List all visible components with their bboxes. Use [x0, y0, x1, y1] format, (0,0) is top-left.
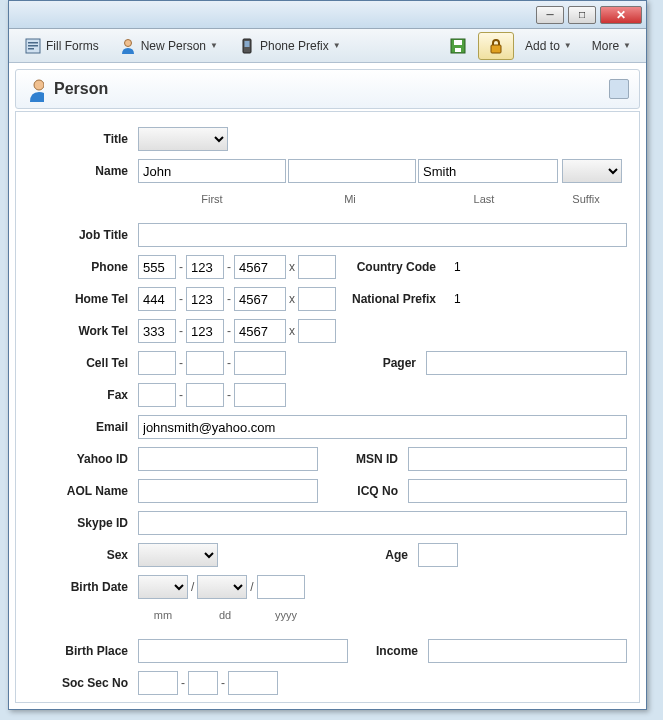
work-b[interactable] [186, 319, 224, 343]
svg-rect-3 [28, 48, 34, 50]
cell-a[interactable] [138, 351, 176, 375]
country-code-label: Country Code [336, 260, 446, 274]
mi-input[interactable] [288, 159, 416, 183]
ssn-label: Soc Sec No [28, 676, 138, 690]
svg-point-4 [124, 39, 131, 46]
new-person-button[interactable]: New Person ▼ [110, 32, 227, 60]
last-name-input[interactable] [418, 159, 558, 183]
fax-a[interactable] [138, 383, 176, 407]
aol-label: AOL Name [28, 484, 138, 498]
svg-rect-10 [491, 45, 501, 53]
home-c[interactable] [234, 287, 286, 311]
job-title-label: Job Title [28, 228, 138, 242]
caret-down-icon: ▼ [210, 41, 218, 50]
home-a[interactable] [138, 287, 176, 311]
new-person-label: New Person [141, 39, 206, 53]
more-label: More [592, 39, 619, 53]
last-hint: Last [414, 193, 554, 205]
page-title: Person [54, 80, 108, 98]
phone-prefix-label: Phone Prefix [260, 39, 329, 53]
fill-forms-label: Fill Forms [46, 39, 99, 53]
sex-select[interactable] [138, 543, 218, 567]
yyyy-hint: yyyy [262, 609, 310, 621]
more-button[interactable]: More ▼ [583, 34, 640, 58]
ext-x: x [286, 292, 298, 306]
national-prefix-value: 1 [446, 292, 461, 306]
home-tel-label: Home Tel [28, 292, 138, 306]
icq-input[interactable] [408, 479, 627, 503]
ssn-c[interactable] [228, 671, 278, 695]
fill-forms-button[interactable]: Fill Forms [15, 32, 108, 60]
work-a[interactable] [138, 319, 176, 343]
fax-b[interactable] [186, 383, 224, 407]
age-input[interactable] [418, 543, 458, 567]
home-b[interactable] [186, 287, 224, 311]
add-to-label: Add to [525, 39, 560, 53]
phone-prefix-button[interactable]: Phone Prefix ▼ [229, 32, 350, 60]
header-action-button[interactable] [609, 79, 629, 99]
mi-hint: Mi [286, 193, 414, 205]
phone-b[interactable] [186, 255, 224, 279]
ext-x: x [286, 260, 298, 274]
msn-label: MSN ID [318, 452, 408, 466]
aol-input[interactable] [138, 479, 318, 503]
birth-dd[interactable] [197, 575, 247, 599]
pager-label: Pager [286, 356, 426, 370]
phone-a[interactable] [138, 255, 176, 279]
birth-place-input[interactable] [138, 639, 348, 663]
income-input[interactable] [428, 639, 627, 663]
suffix-select[interactable] [562, 159, 622, 183]
save-icon [449, 37, 467, 55]
birth-yyyy[interactable] [257, 575, 305, 599]
title-select[interactable] [138, 127, 228, 151]
fax-c[interactable] [234, 383, 286, 407]
sex-label: Sex [28, 548, 138, 562]
phone-c[interactable] [234, 255, 286, 279]
skype-input[interactable] [138, 511, 627, 535]
lock-icon [487, 37, 505, 55]
cell-b[interactable] [186, 351, 224, 375]
national-prefix-label: National Prefix [336, 292, 446, 306]
titlebar: ─ □ ✕ [9, 1, 646, 29]
svg-rect-2 [28, 45, 38, 47]
save-button[interactable] [440, 32, 476, 60]
yahoo-label: Yahoo ID [28, 452, 138, 466]
lock-button[interactable] [478, 32, 514, 60]
skype-label: Skype ID [28, 516, 138, 530]
add-to-button[interactable]: Add to ▼ [516, 34, 581, 58]
form-content: Title Name First Mi Last Suffix Job Titl… [15, 111, 640, 703]
first-name-input[interactable] [138, 159, 286, 183]
cell-c[interactable] [234, 351, 286, 375]
title-label: Title [28, 132, 138, 146]
minimize-button[interactable]: ─ [536, 6, 564, 24]
person-large-icon [26, 80, 44, 98]
page-header: Person [15, 69, 640, 109]
svg-rect-8 [454, 40, 462, 45]
maximize-button[interactable]: □ [568, 6, 596, 24]
first-hint: First [138, 193, 286, 205]
caret-down-icon: ▼ [333, 41, 341, 50]
birth-place-label: Birth Place [28, 644, 138, 658]
person-icon [119, 37, 137, 55]
yahoo-input[interactable] [138, 447, 318, 471]
age-label: Age [218, 548, 418, 562]
email-input[interactable] [138, 415, 627, 439]
job-title-input[interactable] [138, 223, 627, 247]
pager-input[interactable] [426, 351, 627, 375]
svg-rect-6 [244, 41, 249, 47]
close-button[interactable]: ✕ [600, 6, 642, 24]
birth-date-label: Birth Date [28, 580, 138, 594]
phone-ext[interactable] [298, 255, 336, 279]
ssn-a[interactable] [138, 671, 178, 695]
work-c[interactable] [234, 319, 286, 343]
work-ext[interactable] [298, 319, 336, 343]
phone-label: Phone [28, 260, 138, 274]
icq-label: ICQ No [318, 484, 408, 498]
ext-x: x [286, 324, 298, 338]
msn-input[interactable] [408, 447, 627, 471]
ssn-b[interactable] [188, 671, 218, 695]
birth-mm[interactable] [138, 575, 188, 599]
caret-down-icon: ▼ [623, 41, 631, 50]
home-ext[interactable] [298, 287, 336, 311]
mm-hint: mm [138, 609, 188, 621]
